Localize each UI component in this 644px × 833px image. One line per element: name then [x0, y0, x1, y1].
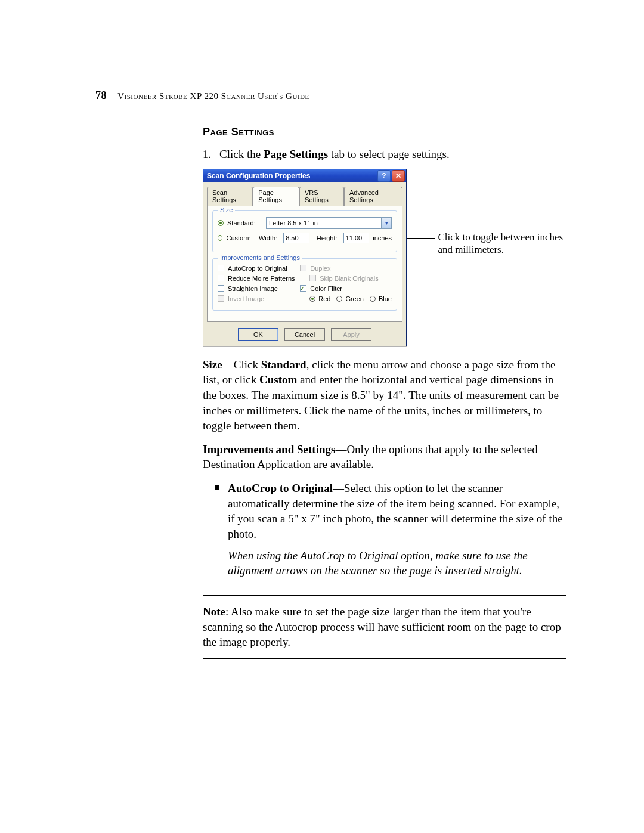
apply-button: Apply	[331, 328, 371, 341]
ok-button[interactable]: OK	[238, 328, 278, 341]
lbl-straighten: Straighten Image	[228, 285, 278, 292]
tabs: Scan Settings Page Settings VRS Settings…	[203, 182, 406, 205]
note-paragraph: Note: Also make sure to set the page siz…	[203, 604, 566, 650]
lbl-invert: Invert Image	[228, 295, 264, 302]
height-input[interactable]: 11.00	[343, 233, 370, 243]
custom-label: Custom:	[226, 234, 253, 241]
dialog-title: Scan Configuration Properties	[207, 172, 376, 180]
lbl-autocrop: AutoCrop to Original	[228, 265, 287, 272]
step-1: 1. Click the Page Settings tab to select…	[203, 147, 566, 163]
standard-label: Standard:	[227, 219, 260, 227]
para-size-lead: Size	[203, 358, 222, 371]
standard-size-select[interactable]: Letter 8.5 x 11 in ▾	[266, 217, 392, 229]
units-toggle[interactable]: inches	[373, 234, 392, 241]
close-icon[interactable]: ✕	[392, 170, 405, 182]
running-header: 78 Visioneer Strobe XP 220 Scanner User'…	[95, 89, 566, 102]
tab-vrs-settings[interactable]: VRS Settings	[299, 187, 344, 206]
callout-text: Click to toggle between inches and milli…	[438, 231, 567, 256]
page-number: 78	[95, 89, 107, 101]
step1-text-post: tab to select page settings.	[331, 148, 450, 160]
size-legend: Size	[218, 206, 235, 213]
lbl-red: Red	[318, 295, 330, 302]
standard-size-value: Letter 8.5 x 11 in	[269, 219, 318, 227]
chk-duplex	[300, 265, 306, 271]
chk-invert	[218, 295, 224, 302]
radio-green[interactable]	[336, 296, 342, 302]
running-title: Visioneer Strobe XP 220 Scanner User's G…	[117, 91, 309, 101]
lbl-blue: Blue	[379, 295, 392, 302]
chk-straighten[interactable]	[218, 285, 224, 292]
chk-autocrop[interactable]	[218, 265, 224, 271]
titlebar: Scan Configuration Properties ? ✕	[203, 169, 406, 182]
square-bullet-icon	[215, 485, 219, 490]
bullet-note-italic: When using the AutoCrop to Original opti…	[228, 548, 566, 578]
section-title: Page Settings	[203, 126, 566, 138]
help-icon[interactable]: ?	[377, 170, 391, 182]
tab-scan-settings[interactable]: Scan Settings	[207, 187, 253, 206]
lbl-color-filter: Color Filter	[310, 285, 342, 292]
scan-config-dialog: Scan Configuration Properties ? ✕ Scan S…	[203, 169, 407, 346]
radio-custom[interactable]	[218, 235, 222, 241]
improvements-group: Improvements and Settings AutoCrop to Or…	[212, 258, 397, 311]
step-number: 1.	[203, 147, 219, 163]
note-lead: Note	[203, 605, 225, 618]
tab-page-settings[interactable]: Page Settings	[253, 187, 299, 206]
chk-color-filter[interactable]	[300, 285, 306, 292]
lbl-duplex: Duplex	[310, 265, 330, 272]
lbl-skip-blank: Skip Blank Originals	[320, 275, 378, 282]
step1-text-bold: Page Settings	[264, 148, 328, 160]
para-size: Size—Click Standard, click the menu arro…	[203, 357, 566, 433]
para-improvements-lead: Improvements and Settings	[203, 443, 335, 456]
divider-bottom	[203, 658, 566, 659]
lbl-moire: Reduce Moire Patterns	[228, 275, 295, 282]
step1-text-pre: Click the	[219, 148, 264, 160]
callout-leader-line	[407, 238, 435, 239]
radio-blue[interactable]	[370, 296, 376, 302]
width-label: Width:	[259, 234, 277, 241]
bullet-autocrop: AutoCrop to Original—Select this option …	[215, 481, 566, 587]
size-group: Size Standard: Letter 8.5 x 11 in ▾ Cust…	[212, 210, 397, 252]
chevron-down-icon[interactable]: ▾	[381, 218, 391, 228]
divider-top	[203, 595, 566, 596]
chk-moire[interactable]	[218, 275, 224, 281]
para-improvements: Improvements and Settings—Only the optio…	[203, 442, 566, 472]
height-label: Height:	[317, 234, 338, 241]
lbl-green: Green	[345, 295, 364, 302]
cancel-button[interactable]: Cancel	[284, 328, 325, 341]
radio-standard[interactable]	[218, 220, 224, 226]
width-input[interactable]: 8.50	[283, 233, 309, 243]
improvements-legend: Improvements and Settings	[218, 254, 302, 261]
chk-skip-blank	[309, 275, 316, 281]
tab-advanced-settings[interactable]: Advanced Settings	[344, 187, 402, 206]
radio-red[interactable]	[309, 296, 315, 302]
bullet-lead: AutoCrop to Original	[228, 482, 333, 494]
